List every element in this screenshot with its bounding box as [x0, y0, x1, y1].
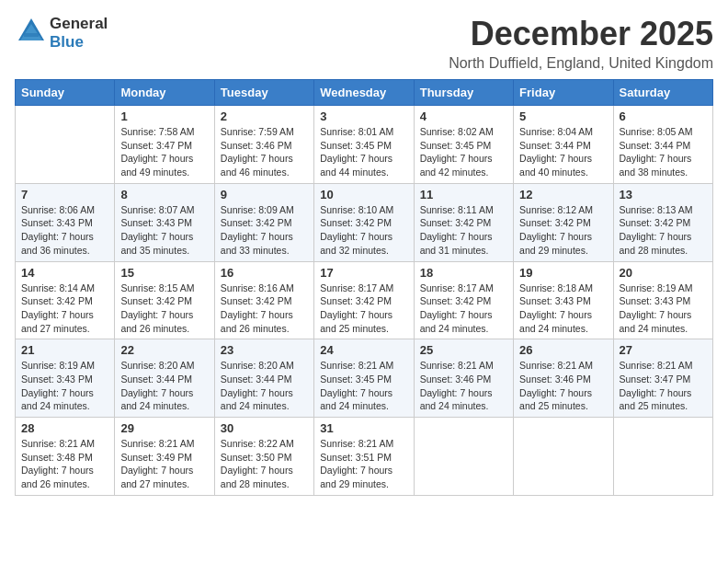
calendar-cell: [613, 418, 712, 496]
calendar-cell: 28 Sunrise: 8:21 AM Sunset: 3:48 PM Dayl…: [16, 418, 115, 496]
calendar-cell: 2 Sunrise: 7:59 AM Sunset: 3:46 PM Dayli…: [214, 106, 313, 184]
sunset-text: Sunset: 3:42 PM: [519, 217, 591, 228]
day-info: Sunrise: 8:21 AM Sunset: 3:51 PM Dayligh…: [320, 437, 407, 491]
col-sunday: Sunday: [16, 80, 115, 106]
sunset-text: Sunset: 3:44 PM: [519, 140, 591, 151]
day-number: 6: [620, 109, 707, 123]
day-number: 3: [320, 109, 407, 123]
day-number: 18: [420, 266, 507, 280]
sunrise-text: Sunrise: 8:19 AM: [620, 282, 693, 293]
calendar-cell: 18 Sunrise: 8:17 AM Sunset: 3:42 PM Dayl…: [414, 261, 513, 339]
sunrise-text: Sunrise: 8:16 AM: [221, 282, 294, 293]
calendar-header-row: Sunday Monday Tuesday Wednesday Thursday…: [16, 80, 713, 106]
sunrise-text: Sunrise: 8:18 AM: [519, 282, 593, 293]
calendar-cell: 22 Sunrise: 8:20 AM Sunset: 3:44 PM Dayl…: [115, 339, 214, 418]
day-info: Sunrise: 8:17 AM Sunset: 3:42 PM Dayligh…: [320, 282, 407, 336]
day-number: 2: [221, 109, 308, 123]
calendar-cell: 16 Sunrise: 8:16 AM Sunset: 3:42 PM Dayl…: [214, 261, 313, 339]
daylight-text: Daylight: 7 hours and 26 minutes.: [21, 465, 94, 489]
daylight-text: Daylight: 7 hours and 32 minutes.: [320, 231, 392, 256]
logo-text: General Blue: [50, 15, 108, 52]
daylight-text: Daylight: 7 hours and 26 minutes.: [120, 309, 193, 334]
sunset-text: Sunset: 3:49 PM: [120, 452, 192, 463]
day-info: Sunrise: 8:02 AM Sunset: 3:45 PM Dayligh…: [420, 125, 507, 179]
day-info: Sunrise: 8:20 AM Sunset: 3:44 PM Dayligh…: [120, 359, 208, 413]
day-info: Sunrise: 8:21 AM Sunset: 3:48 PM Dayligh…: [21, 437, 108, 491]
col-tuesday: Tuesday: [214, 80, 313, 106]
daylight-text: Daylight: 7 hours and 26 minutes.: [221, 309, 293, 334]
calendar-cell: 7 Sunrise: 8:06 AM Sunset: 3:43 PM Dayli…: [16, 183, 115, 261]
sunrise-text: Sunrise: 7:58 AM: [120, 126, 194, 137]
day-info: Sunrise: 8:05 AM Sunset: 3:44 PM Dayligh…: [620, 125, 707, 179]
day-number: 8: [120, 188, 208, 201]
calendar-week-row: 21 Sunrise: 8:19 AM Sunset: 3:43 PM Dayl…: [16, 339, 713, 418]
location-subtitle: North Duffield, England, United Kingdom: [449, 55, 713, 72]
sunset-text: Sunset: 3:42 PM: [21, 295, 93, 306]
sunrise-text: Sunrise: 8:11 AM: [420, 204, 494, 215]
sunset-text: Sunset: 3:43 PM: [21, 217, 93, 228]
daylight-text: Daylight: 7 hours and 36 minutes.: [21, 231, 94, 256]
day-number: 13: [620, 188, 707, 201]
daylight-text: Daylight: 7 hours and 25 minutes.: [620, 387, 692, 412]
calendar-cell: 4 Sunrise: 8:02 AM Sunset: 3:45 PM Dayli…: [414, 106, 513, 184]
sunrise-text: Sunrise: 8:21 AM: [620, 360, 693, 371]
sunrise-text: Sunrise: 8:19 AM: [21, 360, 95, 371]
calendar-week-row: 14 Sunrise: 8:14 AM Sunset: 3:42 PM Dayl…: [16, 261, 713, 339]
day-number: 19: [519, 266, 607, 280]
calendar-week-row: 28 Sunrise: 8:21 AM Sunset: 3:48 PM Dayl…: [16, 418, 713, 496]
col-thursday: Thursday: [414, 80, 513, 106]
sunrise-text: Sunrise: 8:12 AM: [519, 204, 593, 215]
sunset-text: Sunset: 3:42 PM: [221, 295, 292, 306]
daylight-text: Daylight: 7 hours and 27 minutes.: [120, 465, 193, 489]
day-info: Sunrise: 8:21 AM Sunset: 3:49 PM Dayligh…: [120, 437, 208, 491]
sunrise-text: Sunrise: 8:02 AM: [420, 126, 494, 137]
logo: General Blue: [15, 15, 108, 52]
calendar-cell: 23 Sunrise: 8:20 AM Sunset: 3:44 PM Dayl…: [214, 339, 313, 418]
sunset-text: Sunset: 3:48 PM: [21, 452, 93, 463]
day-number: 12: [519, 188, 607, 201]
day-number: 1: [120, 109, 208, 123]
day-number: 24: [320, 343, 407, 357]
calendar-cell: 5 Sunrise: 8:04 AM Sunset: 3:44 PM Dayli…: [514, 106, 613, 184]
day-number: 9: [221, 188, 308, 201]
day-number: 20: [620, 266, 707, 280]
day-number: 29: [120, 421, 208, 435]
col-saturday: Saturday: [613, 80, 712, 106]
page-header: General Blue December 2025 North Duffiel…: [15, 15, 713, 72]
month-title: December 2025: [449, 15, 713, 53]
sunset-text: Sunset: 3:43 PM: [120, 217, 192, 228]
sunset-text: Sunset: 3:47 PM: [120, 140, 192, 151]
logo-blue: Blue: [50, 33, 84, 51]
calendar-cell: 6 Sunrise: 8:05 AM Sunset: 3:44 PM Dayli…: [613, 106, 712, 184]
day-info: Sunrise: 8:21 AM Sunset: 3:46 PM Dayligh…: [420, 359, 507, 413]
day-number: 4: [420, 109, 507, 123]
sunset-text: Sunset: 3:42 PM: [120, 295, 192, 306]
calendar-week-row: 7 Sunrise: 8:06 AM Sunset: 3:43 PM Dayli…: [16, 183, 713, 261]
sunset-text: Sunset: 3:44 PM: [221, 373, 292, 385]
sunset-text: Sunset: 3:50 PM: [221, 452, 292, 463]
sunset-text: Sunset: 3:45 PM: [420, 140, 492, 151]
daylight-text: Daylight: 7 hours and 24 minutes.: [120, 387, 193, 412]
day-number: 26: [519, 343, 607, 357]
day-number: 28: [21, 421, 108, 435]
calendar-cell: 30 Sunrise: 8:22 AM Sunset: 3:50 PM Dayl…: [214, 418, 313, 496]
sunset-text: Sunset: 3:51 PM: [320, 452, 392, 463]
daylight-text: Daylight: 7 hours and 40 minutes.: [519, 153, 592, 178]
daylight-text: Daylight: 7 hours and 24 minutes.: [519, 309, 592, 334]
day-number: 22: [120, 343, 208, 357]
sunset-text: Sunset: 3:43 PM: [21, 373, 93, 385]
day-info: Sunrise: 8:10 AM Sunset: 3:42 PM Dayligh…: [320, 203, 407, 258]
daylight-text: Daylight: 7 hours and 24 minutes.: [420, 309, 493, 334]
sunset-text: Sunset: 3:45 PM: [320, 140, 392, 151]
daylight-text: Daylight: 7 hours and 44 minutes.: [320, 153, 392, 178]
day-number: 15: [120, 266, 208, 280]
sunset-text: Sunset: 3:43 PM: [519, 295, 591, 306]
calendar-table: Sunday Monday Tuesday Wednesday Thursday…: [15, 79, 713, 496]
sunrise-text: Sunrise: 8:21 AM: [519, 360, 593, 371]
sunrise-text: Sunrise: 8:01 AM: [320, 126, 393, 137]
day-info: Sunrise: 8:19 AM Sunset: 3:43 PM Dayligh…: [620, 282, 707, 336]
sunrise-text: Sunrise: 8:14 AM: [21, 282, 95, 293]
day-info: Sunrise: 8:11 AM Sunset: 3:42 PM Dayligh…: [420, 203, 507, 258]
day-info: Sunrise: 8:15 AM Sunset: 3:42 PM Dayligh…: [120, 282, 208, 336]
sunrise-text: Sunrise: 8:21 AM: [120, 438, 194, 449]
